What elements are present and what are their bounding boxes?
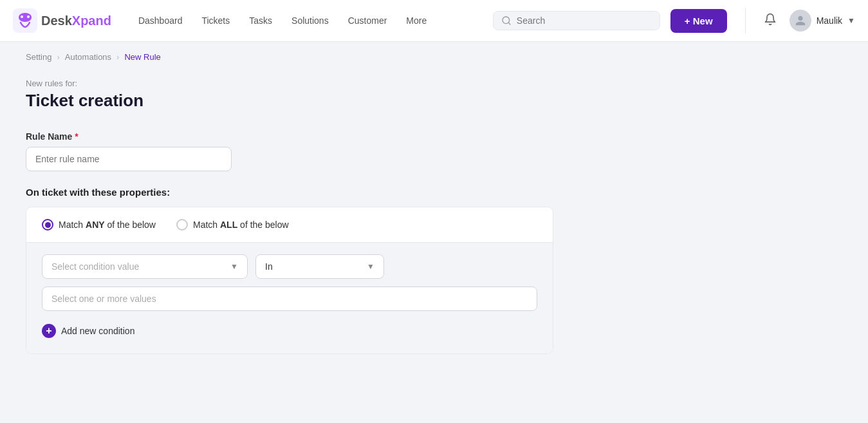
properties-label: On ticket with these properties: bbox=[26, 187, 553, 198]
chevron-down-icon: ▼ bbox=[847, 16, 855, 25]
search-bar[interactable] bbox=[493, 11, 660, 30]
conditions-body: Select condition value ▼ In ▼ Select one… bbox=[26, 243, 553, 353]
add-condition-row[interactable]: + Add new condition bbox=[42, 317, 537, 347]
navbar: DeskXpand Dashboard Tickets Tasks Soluti… bbox=[0, 0, 868, 42]
match-all-radio[interactable] bbox=[176, 219, 188, 230]
breadcrumb-new-rule: New Rule bbox=[124, 52, 160, 62]
rule-for-label: New rules for: bbox=[26, 79, 553, 88]
conditions-card: Match ANY of the below Match ALL of the … bbox=[26, 207, 553, 354]
main-content: New rules for: Ticket creation Rule Name… bbox=[0, 72, 579, 395]
breadcrumb: Setting › Automations › New Rule bbox=[0, 42, 868, 72]
match-row: Match ANY of the below Match ALL of the … bbox=[26, 207, 553, 243]
nav-links: Dashboard Tickets Tasks Solutions Custom… bbox=[131, 10, 483, 31]
rule-name-section: Rule Name * bbox=[26, 131, 553, 171]
breadcrumb-sep-2: › bbox=[116, 52, 119, 62]
breadcrumb-setting[interactable]: Setting bbox=[26, 52, 51, 62]
breadcrumb-automations[interactable]: Automations bbox=[65, 52, 111, 62]
match-all-option[interactable]: Match ALL of the below bbox=[176, 219, 289, 230]
nav-dashboard[interactable]: Dashboard bbox=[131, 10, 190, 31]
in-chevron-icon: ▼ bbox=[367, 262, 374, 271]
search-icon bbox=[501, 15, 512, 26]
navbar-right: Maulik ▼ bbox=[740, 8, 855, 33]
condition-value-dropdown[interactable]: Select condition value ▼ bbox=[42, 254, 248, 279]
properties-section: On ticket with these properties: Match A… bbox=[26, 187, 553, 354]
values-placeholder: Select one or more values bbox=[51, 294, 156, 304]
new-button[interactable]: + New bbox=[670, 9, 727, 33]
svg-line-4 bbox=[508, 23, 510, 24]
required-indicator: * bbox=[75, 131, 78, 142]
in-operator-dropdown[interactable]: In ▼ bbox=[255, 254, 384, 279]
in-operator-value: In bbox=[265, 261, 273, 272]
condition-value-placeholder: Select condition value bbox=[51, 261, 139, 272]
match-any-radio[interactable] bbox=[42, 219, 53, 230]
notification-bell[interactable] bbox=[761, 10, 779, 32]
match-any-label: Match ANY of the below bbox=[59, 220, 156, 230]
nav-more[interactable]: More bbox=[398, 10, 434, 31]
svg-point-2 bbox=[27, 15, 30, 18]
nav-tasks[interactable]: Tasks bbox=[241, 10, 280, 31]
avatar bbox=[790, 10, 811, 32]
match-any-bold: ANY bbox=[86, 220, 105, 230]
condition-row: Select condition value ▼ In ▼ bbox=[42, 254, 537, 279]
divider bbox=[745, 8, 746, 33]
search-input[interactable] bbox=[517, 15, 652, 26]
values-input[interactable]: Select one or more values bbox=[42, 287, 537, 311]
match-all-label: Match ALL of the below bbox=[193, 220, 289, 230]
rule-name-input[interactable] bbox=[26, 147, 232, 171]
condition-chevron-icon: ▼ bbox=[230, 262, 238, 271]
logo-text: DeskXpand bbox=[41, 14, 111, 28]
user-icon bbox=[795, 15, 806, 26]
bell-icon bbox=[764, 13, 777, 26]
rule-name-label: Rule Name * bbox=[26, 131, 553, 142]
add-condition-icon: + bbox=[42, 324, 56, 338]
add-condition-label: Add new condition bbox=[61, 326, 134, 336]
nav-customer[interactable]: Customer bbox=[340, 10, 395, 31]
user-name: Maulik bbox=[817, 15, 842, 26]
svg-point-1 bbox=[21, 15, 23, 18]
page-title: Ticket creation bbox=[26, 91, 553, 111]
match-any-option[interactable]: Match ANY of the below bbox=[42, 219, 156, 230]
nav-tickets[interactable]: Tickets bbox=[194, 10, 237, 31]
user-menu[interactable]: Maulik ▼ bbox=[790, 10, 855, 32]
logo[interactable]: DeskXpand bbox=[13, 8, 111, 33]
match-all-bold: ALL bbox=[220, 220, 237, 230]
nav-solutions[interactable]: Solutions bbox=[284, 10, 337, 31]
breadcrumb-sep-1: › bbox=[57, 52, 59, 62]
